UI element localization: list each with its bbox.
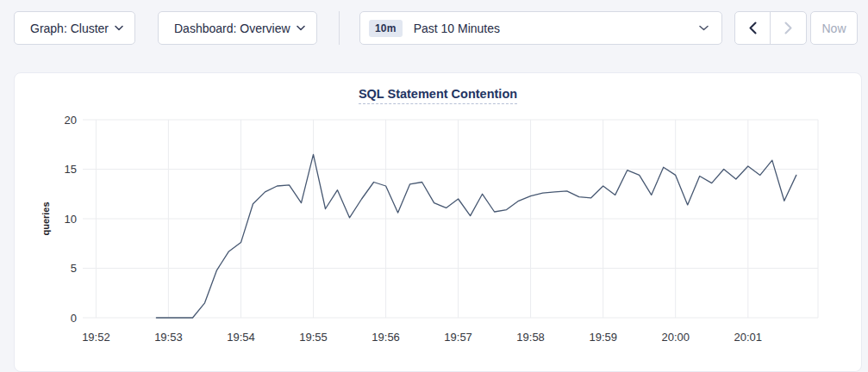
metrics-page: Graph: Cluster Dashboard: Overview 10m P… [0,0,868,372]
svg-text:19:57: 19:57 [444,331,472,344]
svg-text:19:55: 19:55 [299,331,328,344]
chevron-down-icon [699,25,709,31]
chevron-left-icon [749,22,757,34]
time-range-arrows [734,11,807,45]
svg-text:19:58: 19:58 [516,331,545,344]
chevron-down-icon [115,25,123,31]
svg-text:19:54: 19:54 [227,331,255,344]
svg-text:19:52: 19:52 [82,331,110,344]
graph-dropdown[interactable]: Graph: Cluster [14,11,135,45]
svg-text:0: 0 [71,312,77,325]
gridlines [83,120,818,318]
next-range-button[interactable] [771,12,806,44]
graph-dropdown-label: Graph: Cluster [30,22,109,35]
svg-text:20: 20 [65,114,77,127]
sql-contention-chart[interactable]: 0510152019:5219:5319:5419:5519:5619:5719… [15,99,863,371]
prev-range-button[interactable] [735,12,771,44]
svg-text:5: 5 [71,262,77,275]
svg-text:19:53: 19:53 [154,331,183,344]
svg-text:20:00: 20:00 [661,331,690,344]
svg-text:19:59: 19:59 [589,331,617,344]
series-line [156,154,796,318]
toolbar-divider [339,11,340,45]
chart-card: SQL Statement Contention 0510152019:5219… [14,72,862,372]
svg-text:10: 10 [65,213,77,226]
chevron-down-icon [297,25,305,31]
svg-text:15: 15 [65,163,77,176]
dashboard-dropdown[interactable]: Dashboard: Overview [158,11,317,45]
time-range-label: Past 10 Minutes [414,22,699,35]
now-button-label: Now [821,22,846,35]
svg-text:19:56: 19:56 [372,331,400,344]
time-range-selector[interactable]: 10m Past 10 Minutes [359,11,722,45]
time-range-badge: 10m [369,20,403,37]
dashboard-dropdown-label: Dashboard: Overview [174,22,290,35]
axis-labels: 0510152019:5219:5319:5419:5519:5619:5719… [41,114,762,344]
svg-text:queries: queries [41,202,51,235]
chevron-right-icon [784,22,792,34]
svg-text:20:01: 20:01 [734,331,763,344]
now-button[interactable]: Now [810,11,858,45]
